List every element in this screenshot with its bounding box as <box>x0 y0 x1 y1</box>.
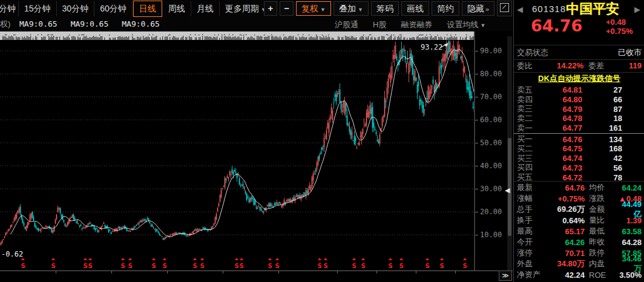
up-arrow-icon <box>268 258 272 260</box>
period-tab-分钟[interactable]: 分钟 <box>0 1 19 16</box>
s-label: S <box>162 263 166 269</box>
time-tick <box>337 271 338 274</box>
next-stock-arrow-icon[interactable]: ▶ <box>634 5 640 14</box>
tool-zoom-out-icon[interactable]: − <box>280 1 294 16</box>
tool-画线[interactable]: 画线 <box>401 1 429 16</box>
dividend-marker[interactable]: S <box>19 258 27 270</box>
chevron-down-icon: ▼ <box>358 7 363 13</box>
candlestick-chart[interactable]: 93.22 <box>0 31 475 271</box>
stats-row: 今开64.26昨收64.28 <box>514 237 644 248</box>
ask-row: 卖二64.7818 <box>514 114 644 123</box>
period-tab-周线[interactable]: 周线 <box>163 1 191 16</box>
axis-tick <box>475 74 478 74</box>
dividend-marker[interactable]: S <box>322 258 329 270</box>
stats-row: 总手69.26万金额44.49亿 <box>514 204 644 215</box>
menu-H股[interactable]: H股 <box>373 19 386 30</box>
up-arrow-icon <box>440 258 444 260</box>
tool-zoom-in-icon[interactable]: + <box>264 1 278 16</box>
tool-隐藏[interactable]: 隐藏» <box>462 1 494 16</box>
up-arrow-icon <box>121 258 125 260</box>
menu-融资融券[interactable]: 融资融券 <box>401 19 432 30</box>
prev-stock-arrow-icon[interactable]: ◀ <box>517 5 523 14</box>
up-arrow-icon <box>152 258 156 260</box>
dividend-marker[interactable]: S <box>461 258 468 270</box>
bid-row: 买二64.75168 <box>514 144 644 154</box>
dividend-marker[interactable]: S <box>87 258 94 270</box>
s-label: S <box>200 263 204 269</box>
s-label: S <box>239 263 243 269</box>
stat-label: 换手 <box>517 215 547 226</box>
period-tab-15分钟[interactable]: 15分钟 <box>19 1 57 16</box>
up-arrow-icon <box>318 258 321 260</box>
fullscreen-icon <box>500 3 509 12</box>
dividend-marker[interactable]: S <box>161 258 168 270</box>
time-tick <box>376 271 377 274</box>
period-tab-60分钟[interactable]: 60分钟 <box>94 1 133 16</box>
collapse-handle-icon[interactable]: ◀ <box>505 186 510 194</box>
dividend-marker[interactable]: S <box>191 258 199 270</box>
tool-简约[interactable]: 简约 <box>432 1 459 16</box>
tool-复权[interactable]: 复权▼ <box>296 1 331 16</box>
axis-tick <box>475 212 478 212</box>
dividend-marker[interactable]: S <box>350 258 358 270</box>
up-arrow-icon <box>426 258 429 260</box>
stat-value: 64.76 <box>547 183 585 192</box>
level-volume: 87 <box>582 105 622 114</box>
dividend-marker[interactable]: S <box>274 258 281 270</box>
up-arrow-icon <box>361 258 365 260</box>
time-tick <box>56 271 56 274</box>
ask-row: 卖五64.8127 <box>514 85 644 95</box>
dividend-marker[interactable]: S <box>50 258 57 270</box>
time-tick <box>167 271 168 274</box>
level-volume: 56 <box>582 163 622 172</box>
s-label: S <box>323 263 327 269</box>
dividend-marker[interactable]: S <box>424 258 431 270</box>
tool-筹码[interactable]: 筹码 <box>371 1 399 16</box>
dividend-marker[interactable]: S <box>266 258 274 270</box>
s-label: S <box>120 263 125 269</box>
menu-设置均线[interactable]: 设置均线▼ <box>447 19 485 30</box>
adjust-label-clipped: 权) <box>0 19 11 30</box>
s-label: S <box>128 263 132 269</box>
dividend-marker[interactable]: S <box>199 258 206 270</box>
stats-row: 最高65.17最低63.58 <box>514 226 644 237</box>
dividend-marker[interactable]: S <box>360 258 367 270</box>
weicha-label: 委差 <box>588 61 613 71</box>
tool-叠加[interactable]: 叠加▼ <box>334 1 369 16</box>
ma-label-3: MA9:0.65 <box>122 19 160 28</box>
stat-value: 64.26 <box>547 238 585 247</box>
up-arrow-icon <box>324 258 327 260</box>
price-axis-label: 30.00 <box>480 185 502 193</box>
stat-label: 今开 <box>517 237 547 248</box>
price-axis-label: 20.00 <box>480 208 502 216</box>
s-label: S <box>462 263 467 269</box>
dividend-marker[interactable]: S <box>238 258 245 270</box>
level-price: 64.81 <box>537 85 582 94</box>
time-axis <box>0 271 513 271</box>
axis-tick <box>475 97 478 97</box>
level-volume: 42 <box>582 154 622 163</box>
dividend-marker[interactable]: S <box>126 258 134 270</box>
dividend-marker[interactable]: S <box>438 258 445 270</box>
stat-value: +0.75% <box>547 194 585 203</box>
up-arrow-icon <box>463 258 467 260</box>
expand-more-button[interactable]: ≫ <box>499 271 512 281</box>
dividend-marker[interactable]: S <box>150 258 157 270</box>
panel-scrollbar[interactable] <box>507 36 512 271</box>
stat-label: 最新 <box>517 182 547 193</box>
change-percent: +0.75% <box>606 27 632 36</box>
level-volume: 168 <box>582 144 622 153</box>
period-tab-月线[interactable]: 月线 <box>191 1 220 16</box>
fullscreen-button[interactable] <box>497 1 512 16</box>
s-label: S <box>361 263 365 269</box>
dividend-marker[interactable]: S <box>398 258 405 270</box>
s-label: S <box>439 263 444 269</box>
dividend-marker[interactable]: S <box>387 258 394 270</box>
axis-min-label: -0.62 <box>1 250 23 258</box>
dk-signal-link[interactable]: DK点自动提示涨跌信号 <box>514 73 644 84</box>
menu-沪股通[interactable]: 沪股通 <box>335 19 358 30</box>
period-tab-日线[interactable]: 日线 <box>133 1 162 17</box>
dividend-marker[interactable]: S <box>119 258 126 270</box>
period-tab-30分钟[interactable]: 30分钟 <box>57 1 95 16</box>
level-volume: 27 <box>582 85 622 94</box>
